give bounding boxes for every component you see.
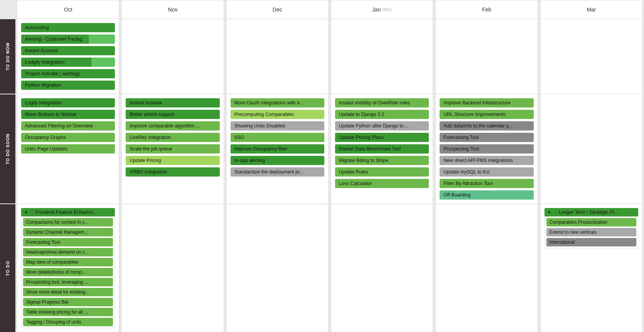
roadmap-card[interactable]: Update Python after Django to ...: [335, 121, 429, 130]
cell-todo-now-mar[interactable]: [540, 19, 642, 94]
card-label: Migrate Billing to Stripe: [339, 158, 388, 163]
lane-todo: TO DO▼Frontend Feature Enhance...Compari…: [0, 203, 644, 332]
roadmap-card[interactable]: Update Rules: [335, 167, 429, 177]
roadmap-card[interactable]: Advanced Filtering on Overview: [21, 121, 115, 130]
roadmap-card[interactable]: Better airbnb support: [126, 110, 219, 119]
cell-todo-now-feb[interactable]: [435, 19, 538, 94]
cell-todo-soon-feb[interactable]: Improve Backend InfrastructureURL Struct…: [435, 94, 538, 203]
roadmap-card[interactable]: Improve Occupancy filter: [231, 144, 324, 154]
roadmap-card[interactable]: Instant Activate: [126, 98, 219, 107]
roadmap-card[interactable]: SSO: [231, 133, 324, 142]
card-label: Python Migration: [25, 83, 61, 88]
roadmap-card[interactable]: Filter By Attraction Tool: [440, 179, 533, 188]
cell-todo-soon-mar[interactable]: [540, 94, 642, 203]
roadmap-card[interactable]: VRBO Integration: [126, 167, 219, 177]
chevron-down-icon: ▼: [547, 210, 552, 215]
roadmap-card[interactable]: Update mySQL to 8.0: [440, 167, 533, 177]
roadmap-card[interactable]: Dynamic Channel Managem...: [23, 228, 113, 236]
cell-todo-soon-nov[interactable]: Instant ActivateBetter airbnb supportImp…: [121, 94, 224, 203]
cell-todo-mar[interactable]: ▼Longer Term / Strategic Pr...Comparable…: [540, 204, 642, 332]
roadmap-card[interactable]: Instant Account: [21, 46, 115, 55]
roadmap-card[interactable]: Signup Progress Bar: [23, 298, 113, 306]
cell-todo-now-nov[interactable]: [121, 19, 224, 94]
year-label: 2021: [382, 7, 392, 12]
roadmap-card[interactable]: Heatmap/show demand on c...: [23, 248, 113, 256]
roadmap-card[interactable]: Update to Django 3.2: [335, 110, 429, 119]
cell-todo-dec[interactable]: [226, 204, 329, 332]
month-header-oct[interactable]: Oct: [17, 0, 119, 18]
roadmap-card[interactable]: Alerting - Customer Facing: [21, 35, 115, 44]
month-header-mar[interactable]: Mar: [540, 0, 642, 18]
roadmap-card[interactable]: Instant visibility of OverRide rules: [335, 98, 429, 107]
roadmap-card[interactable]: Tagging / Grouping of units: [23, 318, 113, 326]
card-label: Market Data Benchmark Tool: [339, 146, 401, 152]
card-label: Accounting: [25, 25, 49, 30]
group-header[interactable]: ▼Longer Term / Strategic Pr...: [544, 208, 638, 216]
roadmap-card[interactable]: Accounting: [21, 23, 115, 32]
cell-todo-now-oct[interactable]: AccountingAlerting - Customer FacingInst…: [17, 19, 119, 94]
roadmap-card[interactable]: URL Structure Improvements: [440, 110, 533, 119]
roadmap-card[interactable]: Move Buttons to Navbar: [21, 110, 115, 119]
roadmap-card[interactable]: Project Activate ( alerting): [21, 69, 115, 78]
cell-todo-now-jan[interactable]: [331, 19, 433, 94]
roadmap-card[interactable]: Units Page Updates: [21, 144, 115, 154]
roadmap-card[interactable]: Showing Units Disabled: [231, 121, 324, 130]
roadmap-card[interactable]: Precomputing Comparables: [231, 110, 324, 119]
roadmap-card[interactable]: More detail/photos of comp...: [23, 268, 113, 276]
roadmap-card[interactable]: Market Data Benchmark Tool: [335, 144, 429, 154]
roadmap-card[interactable]: Prospecting Tool: [440, 144, 533, 154]
roadmap-card[interactable]: Show more detail for existing...: [23, 288, 113, 296]
roadmap-card[interactable]: Improve Backend Infrastructure: [440, 98, 533, 107]
month-header-feb[interactable]: Feb: [435, 0, 538, 18]
roadmap-card[interactable]: Map view of comparables: [23, 258, 113, 266]
roadmap-card[interactable]: Add data/info to the calendar p...: [440, 121, 533, 130]
card-label: Precomputing Comparables: [234, 112, 294, 117]
card-label: Add data/info to the calendar p...: [443, 123, 513, 129]
month-header-jan[interactable]: Jan2021: [331, 0, 433, 18]
cell-todo-now-dec[interactable]: [226, 19, 329, 94]
cell-todo-soon-jan[interactable]: Instant visibility of OverRide rulesUpda…: [331, 94, 433, 203]
roadmap-card[interactable]: Forecasting Tool: [23, 238, 113, 246]
roadmap-card[interactable]: Python Migration: [21, 81, 115, 90]
roadmap-card[interactable]: Forecasting Tool: [440, 133, 533, 142]
roadmap-card[interactable]: New direct API PMS integrations: [440, 156, 533, 165]
roadmap-card[interactable]: Update Pricing Plans: [335, 133, 429, 142]
cell-todo-soon-dec[interactable]: More Oauth integrations with e...Precomp…: [226, 94, 329, 203]
timeline-header: OctNovDecJan2021FebMar: [0, 0, 644, 18]
roadmap-card[interactable]: More Oauth integrations with e...: [231, 98, 324, 107]
roadmap-card[interactable]: Table showing pricing for all ...: [23, 308, 113, 316]
roadmap-card[interactable]: Logify integration: [21, 98, 115, 107]
group-header[interactable]: ▼Frontend Feature Enhance...: [21, 208, 115, 216]
roadmap-card[interactable]: Migrate Billing to Stripe: [335, 156, 429, 165]
lane-label-text: TO DO: [5, 261, 10, 276]
header-corner: [0, 0, 15, 18]
cell-todo-feb[interactable]: [435, 204, 538, 332]
month-header-nov[interactable]: Nov: [121, 0, 224, 18]
cell-todo-soon-oct[interactable]: Logify integrationMove Buttons to Navbar…: [17, 94, 119, 203]
roadmap-card[interactable]: Extend to new verticals: [546, 228, 636, 236]
card-label: Improve Occupancy filter: [234, 146, 287, 152]
card-label: Project Activate ( alerting): [25, 71, 80, 76]
roadmap-card[interactable]: Prospecting tool, leveraging ...: [23, 278, 113, 286]
card-label: Advanced Filtering on Overview: [25, 123, 93, 129]
roadmap-card[interactable]: Comparisons for context in c...: [23, 218, 113, 226]
roadmap-card[interactable]: Standardize the deployment pr...: [231, 167, 324, 177]
roadmap-card[interactable]: Off-Boarding: [440, 190, 533, 200]
cell-todo-oct[interactable]: ▼Frontend Feature Enhance...Comparisons …: [17, 204, 119, 332]
roadmap-card[interactable]: Improve comparable algorithm ...: [126, 121, 219, 130]
roadmap-card[interactable]: Update Pricing: [126, 156, 219, 165]
roadmap-card[interactable]: Scale the job queue: [126, 144, 219, 154]
card-label: Update Rules: [339, 169, 368, 175]
cell-todo-nov[interactable]: [121, 204, 224, 332]
roadmap-card[interactable]: In-app alerting: [231, 156, 324, 165]
group-children: Comparisons for context in c...Dynamic C…: [21, 216, 115, 328]
roadmap-card[interactable]: LiveRez Integration: [126, 133, 219, 142]
lane-columns: Logify integrationMove Buttons to Navbar…: [15, 94, 644, 203]
roadmap-card[interactable]: Occupancy Graphs: [21, 133, 115, 142]
cell-todo-jan[interactable]: [331, 204, 433, 332]
roadmap-card[interactable]: Loss Calculator: [335, 179, 429, 188]
roadmap-card[interactable]: International: [546, 238, 636, 246]
roadmap-card[interactable]: Lodgify Integration: [21, 58, 115, 67]
roadmap-card[interactable]: Comparables Productization: [546, 218, 636, 226]
month-header-dec[interactable]: Dec: [226, 0, 329, 18]
